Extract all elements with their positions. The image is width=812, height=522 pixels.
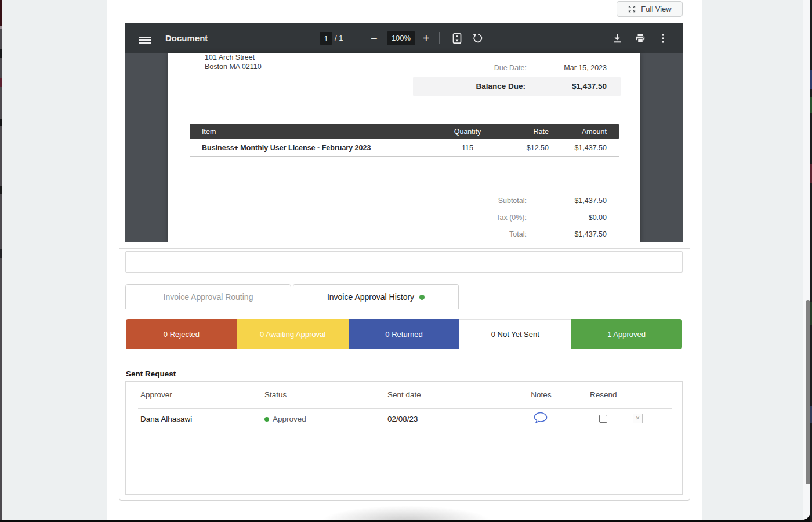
full-view-label: Full View [641, 5, 672, 13]
balance-due-label: Balance Due: [476, 82, 525, 90]
col-quantity: Quantity [450, 128, 485, 136]
toolbar-divider [361, 32, 361, 44]
invoice-detail-card: Full View Document / 1 − 100% + [119, 0, 690, 501]
approval-status-summary-bar: 0 Rejected 0 Awaiting Approval 0 Returne… [126, 319, 682, 349]
balance-due-value: $1,437.50 [572, 82, 607, 90]
subtotal-value: $1,437.50 [574, 197, 607, 205]
scrollbar-thumb[interactable] [806, 300, 810, 484]
items-data-row: Business+ Monthly User License - Februar… [190, 139, 619, 157]
total-label: Total: [509, 230, 527, 238]
invoice-items-table: Item Quantity Rate Amount Business+ Mont… [190, 124, 619, 157]
item-amount: $1,437.50 [549, 144, 619, 152]
resend-checkbox[interactable] [599, 415, 607, 423]
screen-left-edge-artifact [0, 0, 2, 520]
section-divider [119, 248, 690, 249]
bottom-overlay-shadow [302, 500, 510, 520]
col-rate: Rate [485, 128, 549, 136]
due-date-value: Mar 15, 2023 [564, 63, 607, 72]
status-segment-not-yet-sent[interactable]: 0 Not Yet Sent [459, 319, 571, 349]
approver-status: Approved [264, 415, 306, 423]
notes-panel-rule [138, 262, 672, 262]
pdf-document-area: 101 Arch Street Boston MA 02110 Due Date… [125, 53, 683, 242]
empty-notes-panel [125, 251, 683, 273]
broken-image-placeholder: ✕ [633, 414, 643, 423]
download-button[interactable] [611, 32, 623, 46]
expand-icon [628, 5, 636, 13]
rotate-button[interactable] [472, 32, 484, 46]
full-view-button[interactable]: Full View [617, 1, 683, 17]
tab-history-label: Invoice Approval History [327, 292, 414, 302]
pdf-toolbar: Document / 1 − 100% + [125, 23, 683, 53]
zoom-in-button[interactable]: + [423, 23, 430, 53]
item-quantity: 115 [450, 144, 485, 152]
status-segment-approved[interactable]: 1 Approved [571, 319, 682, 349]
pdf-title: Document [165, 23, 208, 53]
billto-address: 101 Arch Street Boston MA 02110 [205, 53, 262, 71]
tab-invoice-approval-routing[interactable]: Invoice Approval Routing [125, 284, 291, 309]
zoom-level-value[interactable]: 100% [387, 31, 415, 45]
invoice-page: 101 Arch Street Boston MA 02110 Due Date… [168, 53, 640, 242]
sent-request-heading: Sent Request [126, 369, 176, 378]
address-line1: 101 Arch Street [205, 53, 262, 62]
due-date-label: Due Date: [494, 63, 527, 72]
item-rate: $12.50 [485, 144, 549, 152]
item-description: Business+ Monthly User License - Februar… [190, 144, 450, 152]
toolbar-divider [439, 32, 440, 44]
fit-page-button[interactable] [451, 32, 463, 46]
sent-date: 02/08/23 [387, 415, 418, 423]
col-notes: Notes [526, 390, 556, 399]
page-number-input[interactable] [320, 32, 332, 45]
page-total-label: / 1 [335, 23, 343, 53]
app-window: Full View Document / 1 − 100% + [0, 0, 810, 520]
total-value: $1,437.50 [574, 230, 607, 238]
col-amount: Amount [549, 128, 619, 136]
notes-comment-icon[interactable] [534, 412, 548, 426]
print-button[interactable] [635, 32, 646, 46]
approved-status-dot [264, 417, 269, 422]
status-segment-rejected[interactable]: 0 Rejected [126, 319, 237, 349]
status-segment-awaiting-approval[interactable]: 0 Awaiting Approval [237, 319, 349, 349]
tax-label: Tax (0%): [496, 213, 527, 222]
more-options-button[interactable] [661, 32, 665, 46]
status-segment-returned[interactable]: 0 Returned [349, 319, 460, 349]
pdf-viewer: Document / 1 − 100% + [125, 23, 683, 242]
balance-due-box: Balance Due: $1,437.50 [413, 77, 621, 96]
tab-invoice-approval-history[interactable]: Invoice Approval History [293, 284, 459, 309]
tabs-baseline [459, 309, 683, 309]
tax-value: $0.00 [589, 213, 607, 222]
col-item: Item [190, 128, 450, 136]
tab-routing-label: Invoice Approval Routing [164, 292, 253, 302]
menu-icon[interactable] [139, 35, 151, 45]
status-text: Approved [273, 415, 306, 423]
notification-dot [419, 295, 425, 300]
approver-name: Dana Alhasawi [140, 415, 192, 423]
col-sent-date: Sent date [387, 390, 421, 399]
zoom-out-button[interactable]: − [371, 23, 378, 53]
address-line2: Boston MA 02110 [205, 62, 262, 71]
col-resend: Resend [590, 390, 617, 399]
header-rule [138, 408, 672, 409]
sent-request-panel: Approver Status Sent date Notes Resend D… [125, 381, 683, 495]
col-status: Status [264, 390, 287, 399]
row-rule [138, 432, 672, 432]
col-approver: Approver [140, 390, 172, 399]
items-header-row: Item Quantity Rate Amount [190, 124, 619, 139]
subtotal-label: Subtotal: [498, 197, 527, 205]
